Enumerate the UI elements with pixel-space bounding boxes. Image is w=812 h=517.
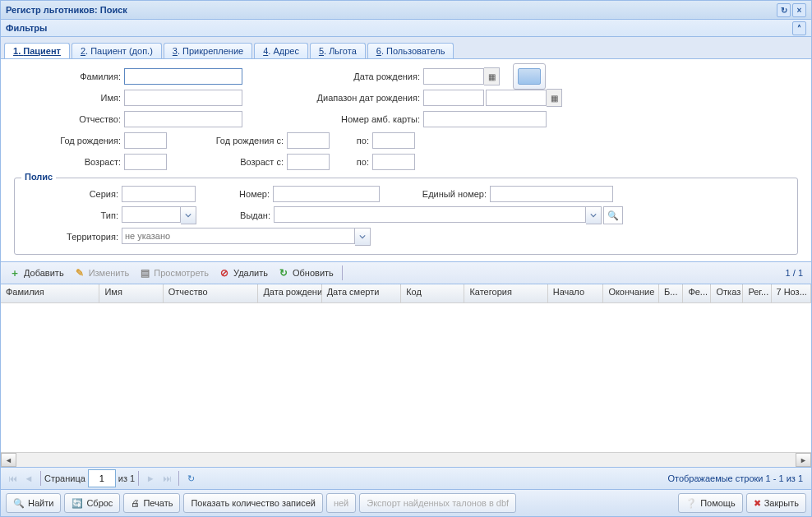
polis-unified-label: Единый номер: — [380, 189, 490, 199]
column-header[interactable]: Рег... — [743, 284, 771, 302]
tab-patient[interactable]: 1. Пациент — [4, 43, 70, 58]
help-icon: ❔ — [685, 498, 697, 509]
birthdate-to-input[interactable] — [486, 90, 547, 106]
tab-benefit[interactable]: 5. Льгота — [310, 43, 366, 58]
tab-address[interactable]: 4. Адрес — [254, 43, 308, 58]
plus-icon: ＋ — [9, 267, 21, 279]
birthdate-range-picker-icon[interactable]: ▦ — [547, 89, 562, 107]
birthyear-to-label: по: — [330, 136, 372, 145]
export-dbf-button: Экспорт найденных талонов в dbf — [359, 493, 516, 513]
page-input[interactable] — [88, 469, 116, 487]
close-icon: ✖ — [754, 498, 761, 509]
birthdate-range-label: Диапазон дат рождения: — [242, 93, 423, 103]
column-header[interactable]: Дата смерти — [322, 284, 401, 302]
patronymic-label: Отчество: — [14, 114, 124, 124]
edit-button[interactable]: ✎Изменить — [69, 265, 135, 280]
column-header[interactable]: Фе... — [683, 284, 711, 302]
age-label: Возраст: — [14, 157, 124, 167]
close-window-icon[interactable]: × — [792, 3, 806, 17]
polis-issued-dropdown-icon[interactable] — [586, 206, 602, 224]
polis-number-input[interactable] — [273, 186, 380, 202]
polis-issued-label: Выдан: — [196, 210, 274, 220]
column-header[interactable]: Отказ — [711, 284, 743, 302]
filters-title: Фильтры — [6, 23, 47, 33]
birthdate-input[interactable] — [423, 68, 484, 85]
column-header[interactable]: 7 Ноз... — [772, 284, 812, 302]
column-header[interactable]: Имя — [99, 284, 163, 302]
age-to-label: по: — [330, 157, 372, 167]
refresh-window-icon[interactable]: ↻ — [777, 3, 791, 17]
birthyear-input[interactable] — [124, 132, 167, 149]
page-refresh-icon[interactable]: ↻ — [183, 471, 198, 486]
display-info: Отображаемые строки 1 - 1 из 1 — [667, 473, 808, 483]
add-button[interactable]: ＋Добавить — [4, 265, 69, 280]
column-header[interactable]: Начало — [548, 284, 604, 302]
print-button[interactable]: 🖨Печать — [123, 493, 180, 513]
id-card-button[interactable] — [513, 63, 546, 90]
birthdate-picker-icon[interactable]: ▦ — [484, 67, 500, 85]
toolbar-separator — [342, 265, 343, 280]
polis-territory-input[interactable] — [122, 228, 355, 244]
column-header[interactable]: Отчество — [164, 284, 259, 302]
patronymic-input[interactable] — [124, 111, 242, 127]
window-title: Регистр льготников: Поиск — [6, 5, 127, 15]
view-button[interactable]: ▤Просмотреть — [134, 265, 214, 280]
surname-label: Фамилия: — [14, 72, 124, 81]
reset-button[interactable]: 🔄Сброс — [64, 493, 120, 513]
tab-patient-extra[interactable]: 2. Пациент (доп.) — [72, 43, 162, 58]
polis-territory-label: Территория: — [21, 232, 122, 242]
polis-issued-input[interactable] — [274, 206, 586, 223]
close-button[interactable]: ✖Закрыть — [746, 493, 806, 513]
collapse-filters-icon[interactable]: ˄ — [792, 21, 806, 35]
page-next-icon[interactable]: ► — [143, 471, 158, 486]
page-last-icon[interactable]: ⏭ — [159, 471, 174, 486]
polis-series-input[interactable] — [122, 186, 196, 202]
birthdate-label: Дата рождения: — [242, 72, 423, 81]
column-header[interactable]: Код — [401, 284, 464, 302]
polis-issued-search-icon[interactable]: 🔍 — [603, 206, 623, 224]
name-label: Имя: — [14, 93, 124, 103]
scroll-right-icon[interactable]: ► — [796, 453, 811, 467]
horizontal-scrollbar[interactable]: ◄ ► — [1, 452, 811, 467]
column-header[interactable]: Окончание — [603, 284, 659, 302]
age-input[interactable] — [124, 154, 167, 170]
birthyear-to-input[interactable] — [372, 132, 415, 149]
name-input[interactable] — [124, 90, 242, 106]
help-button[interactable]: ❔Помощь — [678, 493, 743, 513]
polis-number-label: Номер: — [196, 189, 273, 199]
refresh-icon: ↻ — [278, 267, 289, 279]
polis-fieldset: Полис Серия: Номер: Единый номер: Тип: В… — [14, 178, 798, 255]
column-header[interactable]: Дата рождения — [258, 284, 321, 302]
amb-card-input[interactable] — [423, 111, 547, 127]
birthyear-label: Год рождения: — [14, 136, 124, 145]
page-of: из 1 — [118, 473, 135, 483]
birthyear-from-input[interactable] — [287, 132, 330, 149]
page-prev-icon[interactable]: ◄ — [21, 471, 36, 486]
tab-attachment[interactable]: 3. Прикрепление — [164, 43, 252, 58]
polis-unified-input[interactable] — [490, 186, 613, 202]
column-header[interactable]: Фамилия — [1, 284, 99, 302]
page-first-icon[interactable]: ⏮ — [5, 471, 20, 486]
grid-body[interactable] — [1, 303, 811, 452]
document-icon: ▤ — [139, 267, 150, 279]
age-from-input[interactable] — [287, 154, 330, 170]
find-button[interactable]: 🔍Найти — [6, 493, 61, 513]
birthyear-from-label: Год рождения с: — [167, 136, 287, 145]
tab-user[interactable]: 6. Пользователь — [367, 43, 454, 58]
birthdate-from-input[interactable] — [423, 90, 484, 106]
grid-header: ФамилияИмяОтчествоДата рожденияДата смер… — [1, 284, 811, 303]
column-header[interactable]: Б... — [659, 284, 683, 302]
scroll-left-icon[interactable]: ◄ — [1, 453, 16, 467]
polis-type-input[interactable] — [122, 206, 181, 223]
column-header[interactable]: Категория — [464, 284, 547, 302]
polis-territory-dropdown-icon[interactable] — [355, 228, 371, 246]
delete-button[interactable]: ⊘Удалить — [214, 265, 273, 280]
refresh-button[interactable]: ↻Обновить — [273, 265, 339, 280]
show-count-button[interactable]: Показать количество записей — [183, 493, 323, 513]
age-to-input[interactable] — [372, 154, 415, 170]
filter-tabs: 1. Пациент 2. Пациент (доп.) 3. Прикрепл… — [1, 37, 811, 59]
surname-input[interactable] — [124, 68, 242, 85]
print-icon: 🖨 — [131, 498, 140, 508]
polis-type-dropdown-icon[interactable] — [181, 206, 196, 224]
polis-type-label: Тип: — [21, 210, 122, 220]
